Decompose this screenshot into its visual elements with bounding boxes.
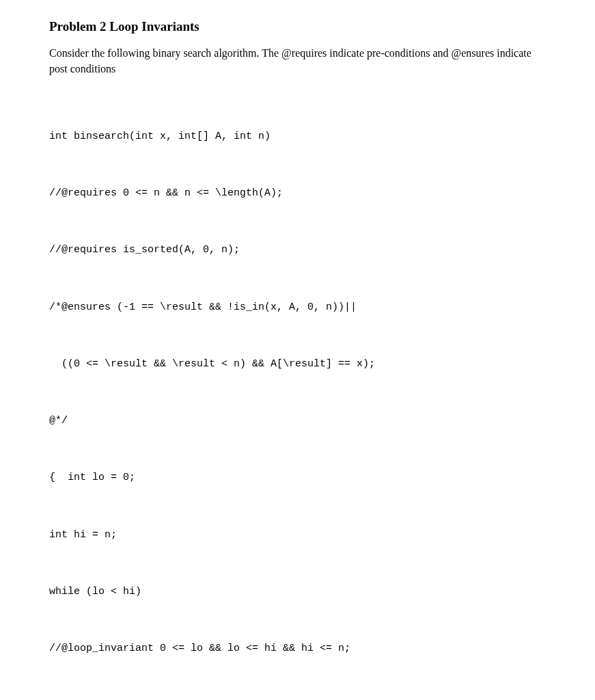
- document-page: Problem 2 Loop Invariants Consider the f…: [0, 0, 595, 700]
- code-line: //@loop_invariant (lo == 0 || A[lo-1] < …: [49, 696, 546, 700]
- code-line: { int lo = 0;: [49, 468, 546, 487]
- intro-paragraph: Consider the following binary search alg…: [49, 45, 546, 77]
- code-block: int binsearch(int x, int[] A, int n) //@…: [49, 89, 546, 700]
- code-line: //@requires 0 <= n && n <= \length(A);: [49, 184, 546, 203]
- code-line: int binsearch(int x, int[] A, int n): [49, 127, 546, 146]
- problem-heading: Problem 2 Loop Invariants: [49, 19, 546, 34]
- code-line: /*@ensures (-1 == \result && !is_in(x, A…: [49, 298, 546, 317]
- code-line: while (lo < hi): [49, 582, 546, 602]
- code-line: @*/: [49, 412, 546, 431]
- code-line: int hi = n;: [49, 526, 546, 545]
- code-line: ((0 <= \result && \result < n) && A[\res…: [49, 355, 546, 374]
- code-line: //@loop_invariant 0 <= lo && lo <= hi &&…: [49, 639, 546, 658]
- code-line: //@requires is_sorted(A, 0, n);: [49, 241, 546, 260]
